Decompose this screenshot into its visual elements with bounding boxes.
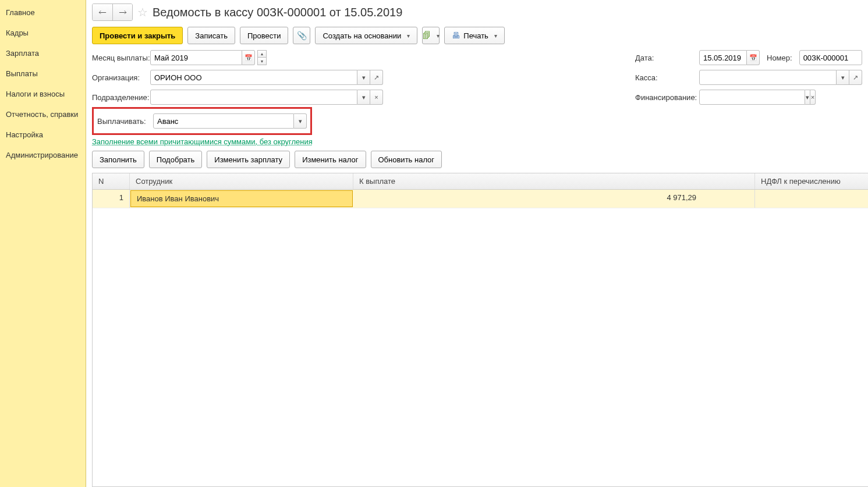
fin-label: Финансирование: bbox=[635, 93, 699, 102]
kassa-label: Касса: bbox=[635, 73, 699, 82]
paperclip-icon: 📎 bbox=[297, 31, 307, 40]
page-title: Ведомость в кассу 00ЗК-000001 от 15.05.2… bbox=[153, 6, 402, 19]
fin-dropdown-icon[interactable]: ▾ bbox=[805, 90, 810, 105]
employees-table: N Сотрудник К выплате НДФЛ к перечислени… bbox=[92, 173, 868, 487]
back-button[interactable]: 🡐 bbox=[93, 4, 112, 20]
cell-employee[interactable]: Иванов Иван Иванович bbox=[130, 190, 353, 207]
table-body: 1 Иванов Иван Иванович 4 971,29 bbox=[93, 190, 868, 486]
forward-button[interactable]: 🡒 bbox=[112, 4, 132, 20]
extra-dropdown-button[interactable]: 🗐 bbox=[422, 27, 440, 44]
cell-ndfl bbox=[755, 190, 868, 208]
fin-clear-icon[interactable]: × bbox=[810, 90, 816, 105]
month-up[interactable]: ▴ bbox=[257, 50, 267, 58]
fin-input[interactable] bbox=[699, 90, 805, 105]
kassa-open-icon[interactable]: ↗ bbox=[849, 70, 862, 85]
dept-dropdown-icon[interactable]: ▾ bbox=[357, 90, 370, 105]
print-button[interactable]: 🖶Печать bbox=[444, 27, 505, 44]
post-and-close-button[interactable]: Провести и закрыть bbox=[92, 27, 183, 44]
cell-to-pay: 4 971,29 bbox=[353, 190, 755, 208]
dept-clear-icon[interactable]: × bbox=[370, 90, 383, 105]
form-grid: Месяц выплаты: 📅 ▴ ▾ Дата: 📅 Номер: Орга… bbox=[92, 50, 862, 105]
pay-type-row-highlight: Выплачивать: ▾ bbox=[92, 107, 312, 135]
main-toolbar: Провести и закрыть Записать Провести 📎 С… bbox=[92, 27, 862, 44]
table-header: N Сотрудник К выплате НДФЛ к перечислени… bbox=[93, 173, 868, 190]
star-icon[interactable]: ☆ bbox=[137, 5, 148, 19]
number-input[interactable] bbox=[799, 50, 862, 65]
sidebar-item-admin[interactable]: Администрирование bbox=[0, 145, 86, 165]
col-employee[interactable]: Сотрудник bbox=[130, 173, 353, 189]
sidebar: Главное Кадры Зарплата Выплаты Налоги и … bbox=[0, 0, 86, 487]
org-input[interactable] bbox=[150, 70, 357, 85]
sidebar-item-taxes[interactable]: Налоги и взносы bbox=[0, 84, 86, 104]
change-tax-button[interactable]: Изменить налог bbox=[295, 151, 366, 168]
table-row[interactable]: 1 Иванов Иван Иванович 4 971,29 bbox=[93, 190, 868, 208]
main-content: 🡐 🡒 ☆ Ведомость в кассу 00ЗК-000001 от 1… bbox=[86, 0, 868, 487]
copy-plus-icon: 🗐 bbox=[423, 31, 431, 40]
month-spinners: ▴ ▾ bbox=[257, 50, 267, 65]
pay-type-input[interactable] bbox=[153, 113, 294, 129]
write-button[interactable]: Записать bbox=[187, 27, 235, 44]
month-label: Месяц выплаты: bbox=[92, 54, 150, 62]
sidebar-item-hr[interactable]: Кадры bbox=[0, 23, 86, 43]
month-field: 📅 ▴ ▾ bbox=[150, 50, 325, 65]
kassa-dropdown-icon[interactable]: ▾ bbox=[837, 70, 849, 85]
cell-n: 1 bbox=[93, 190, 130, 208]
change-salary-button[interactable]: Изменить зарплату bbox=[207, 151, 290, 168]
create-based-on-button[interactable]: Создать на основании bbox=[315, 27, 417, 44]
sidebar-item-main[interactable]: Главное bbox=[0, 2, 86, 23]
dept-label: Подразделение: bbox=[92, 93, 150, 102]
date-input[interactable] bbox=[699, 50, 747, 65]
date-label: Дата: bbox=[635, 54, 699, 62]
attach-button[interactable]: 📎 bbox=[293, 27, 310, 44]
org-dropdown-icon[interactable]: ▾ bbox=[357, 70, 370, 85]
number-label: Номер: bbox=[767, 54, 792, 62]
table-toolbar: Заполнить Подобрать Изменить зарплату Из… bbox=[92, 151, 862, 168]
org-label: Организация: bbox=[92, 73, 150, 82]
fill-all-link[interactable]: Заполнение всеми причитающимися суммами,… bbox=[92, 137, 862, 146]
dept-input[interactable] bbox=[150, 90, 357, 105]
sidebar-item-salary[interactable]: Зарплата bbox=[0, 43, 86, 63]
sidebar-item-settings[interactable]: Настройка bbox=[0, 125, 86, 145]
nav-history: 🡐 🡒 bbox=[92, 3, 133, 21]
printer-icon: 🖶 bbox=[452, 31, 460, 40]
sidebar-item-payments[interactable]: Выплаты bbox=[0, 63, 86, 84]
print-label: Печать bbox=[463, 31, 488, 40]
fill-button[interactable]: Заполнить bbox=[92, 151, 144, 168]
date-number-group: 📅 Номер: bbox=[699, 50, 862, 65]
sidebar-item-reports[interactable]: Отчетность, справки bbox=[0, 104, 86, 125]
date-calendar-icon[interactable]: 📅 bbox=[747, 50, 760, 65]
col-ndfl[interactable]: НДФЛ к перечислению bbox=[755, 173, 868, 189]
update-tax-button[interactable]: Обновить налог bbox=[371, 151, 442, 168]
month-input[interactable] bbox=[150, 50, 242, 65]
col-to-pay[interactable]: К выплате bbox=[353, 173, 755, 189]
kassa-input[interactable] bbox=[699, 70, 837, 85]
pay-type-dropdown-icon[interactable]: ▾ bbox=[294, 113, 307, 129]
pick-button[interactable]: Подобрать bbox=[149, 151, 202, 168]
month-down[interactable]: ▾ bbox=[257, 58, 267, 65]
org-open-icon[interactable]: ↗ bbox=[370, 70, 383, 85]
post-button[interactable]: Провести bbox=[240, 27, 289, 44]
title-row: 🡐 🡒 ☆ Ведомость в кассу 00ЗК-000001 от 1… bbox=[92, 3, 862, 21]
col-n[interactable]: N bbox=[93, 173, 130, 189]
calendar-icon[interactable]: 📅 bbox=[242, 50, 255, 65]
pay-label: Выплачивать: bbox=[97, 117, 148, 126]
